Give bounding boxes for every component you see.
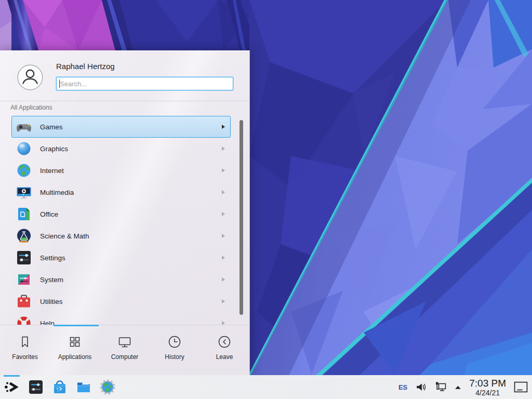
system-icon	[16, 271, 32, 288]
show-desktop-icon[interactable]	[514, 381, 528, 393]
file-manager-icon[interactable]	[75, 378, 92, 396]
tab-label: Leave	[216, 353, 233, 361]
tab-leave[interactable]: Leave	[200, 326, 249, 376]
web-browser-icon[interactable]	[99, 378, 116, 396]
user-name: Raphael Hertzog	[56, 62, 115, 71]
submenu-arrow-icon	[222, 256, 225, 260]
submenu-arrow-icon	[222, 277, 225, 282]
history-icon	[167, 335, 182, 349]
application-launcher-menu: Raphael Hertzog All Applications	[0, 50, 250, 375]
submenu-arrow-icon	[222, 147, 225, 151]
tab-label: Favorites	[12, 353, 37, 361]
user-avatar-icon[interactable]	[17, 64, 43, 90]
tab-history[interactable]: History	[150, 326, 200, 376]
favorites-icon	[18, 335, 32, 349]
category-label: Office	[40, 210, 58, 218]
launcher-tab-bar: Favorites Applications Computer Hist	[0, 326, 249, 376]
category-graphics[interactable]: Graphics	[11, 138, 231, 159]
leave-icon	[217, 335, 232, 349]
tab-favorites[interactable]: Favorites	[0, 326, 50, 376]
category-settings[interactable]: Settings	[11, 247, 231, 269]
applications-icon	[68, 335, 82, 349]
internet-icon	[16, 162, 32, 179]
category-label: Utilities	[40, 298, 63, 305]
header-divider	[0, 101, 249, 101]
help-icon	[16, 315, 32, 325]
games-icon	[16, 118, 32, 135]
submenu-arrow-icon	[222, 321, 225, 325]
launcher-active-indicator	[4, 375, 20, 377]
submenu-arrow-icon	[222, 190, 225, 194]
clock-date: 4/24/21	[469, 389, 506, 396]
category-system[interactable]: System	[11, 269, 231, 290]
category-label: Internet	[40, 167, 64, 175]
office-icon	[16, 206, 32, 222]
tab-label: Applications	[58, 353, 92, 361]
category-label: Graphics	[40, 145, 68, 153]
expand-arrow-icon[interactable]	[455, 384, 461, 391]
category-list: Games Graphics	[0, 116, 249, 325]
submenu-arrow-icon	[222, 168, 225, 172]
submenu-arrow-icon	[222, 125, 225, 129]
settings-icon	[16, 249, 32, 266]
tabbar-divider	[0, 325, 249, 325]
category-internet[interactable]: Internet	[11, 159, 231, 181]
network-icon[interactable]	[434, 381, 447, 393]
submenu-arrow-icon	[222, 212, 225, 216]
category-label: Multimedia	[40, 189, 74, 196]
app-launcher-icon[interactable]	[3, 378, 21, 396]
science-icon	[16, 228, 32, 244]
utilities-icon	[16, 293, 32, 310]
section-label: All Applications	[10, 104, 52, 111]
submenu-arrow-icon	[222, 234, 225, 238]
search-input[interactable]	[56, 77, 233, 90]
text-caret	[59, 79, 60, 88]
tab-applications[interactable]: Applications	[50, 326, 100, 376]
keyboard-layout-indicator[interactable]: ES	[398, 383, 407, 391]
category-label: Games	[40, 123, 63, 131]
category-office[interactable]: Office	[11, 203, 231, 225]
tab-label: History	[165, 353, 184, 361]
clock-time: 7:03 PM	[469, 378, 506, 388]
category-multimedia[interactable]: Multimedia	[11, 181, 231, 203]
category-games[interactable]: Games	[11, 116, 231, 138]
discover-icon[interactable]	[51, 378, 69, 396]
list-scrollbar[interactable]	[240, 120, 243, 315]
multimedia-icon	[16, 184, 32, 201]
category-label: Settings	[40, 254, 65, 262]
graphics-icon	[16, 140, 32, 157]
computer-icon	[117, 335, 132, 349]
category-help[interactable]: Help	[11, 312, 231, 325]
category-label: System	[40, 276, 63, 284]
volume-icon[interactable]	[415, 381, 427, 393]
category-label: Science & Math	[40, 232, 89, 240]
system-tray: ES 7:03 PM 4/24/21	[398, 375, 528, 399]
desktop: Raphael Hertzog All Applications	[0, 0, 532, 399]
submenu-arrow-icon	[222, 299, 225, 303]
category-label: Help	[40, 320, 55, 325]
category-utilities[interactable]: Utilities	[11, 290, 231, 312]
tab-computer[interactable]: Computer	[100, 326, 150, 376]
tab-label: Computer	[111, 353, 139, 361]
category-science-math[interactable]: Science & Math	[11, 225, 231, 247]
system-settings-icon[interactable]	[27, 378, 45, 396]
digital-clock[interactable]: 7:03 PM 4/24/21	[469, 378, 506, 396]
taskbar: ES 7:03 PM 4/24/21	[0, 375, 532, 399]
